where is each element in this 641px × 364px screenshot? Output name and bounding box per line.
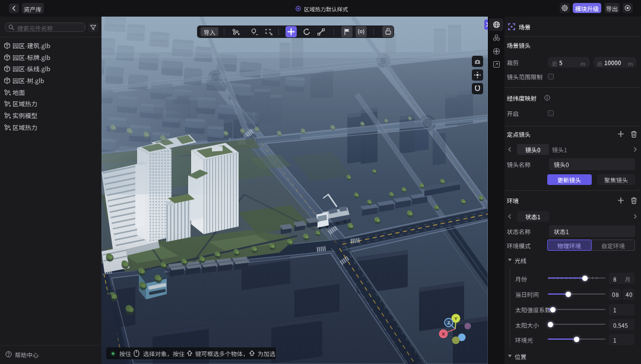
svg-text:Y: Y [454, 316, 458, 321]
svg-text:X: X [442, 331, 445, 337]
svg-text:Z: Z [448, 320, 450, 325]
